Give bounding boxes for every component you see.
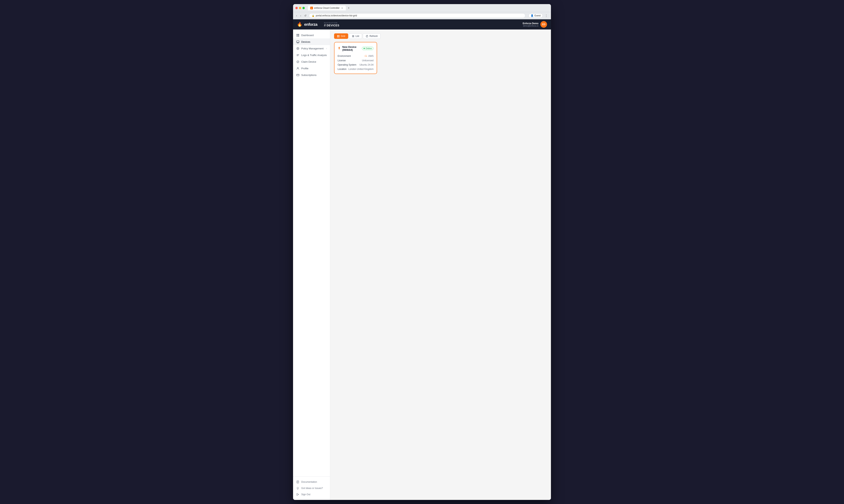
chevron-right-icon: ›: [326, 48, 327, 50]
svg-rect-1: [298, 34, 299, 35]
app: 🔥 enforza NAVIGATION // DEVICES Enforza …: [293, 19, 551, 500]
close-window-button[interactable]: [295, 7, 298, 9]
svg-rect-27: [339, 36, 340, 37]
svg-rect-15: [296, 74, 299, 76]
back-button[interactable]: ‹: [295, 14, 298, 18]
sidebar-item-claim-device[interactable]: Claim Device: [293, 58, 330, 65]
tab-title: enforza Cloud Controller: [314, 7, 340, 10]
cloud-icon: [364, 54, 367, 58]
sidebar-item-documentation[interactable]: Documentation: [293, 479, 330, 485]
device-name: New Device (084bb4): [342, 46, 362, 51]
os-label: Operating System: [338, 64, 356, 66]
device-card-header: New Device (084bb4) Online: [338, 46, 374, 51]
lock-icon: 🔒: [312, 15, 314, 17]
svg-rect-2: [296, 35, 298, 36]
device-card[interactable]: New Device (084bb4) Online Environment: [334, 42, 377, 74]
sidebar-bottom: Documentation Got Ideas or Issues? Sign …: [293, 476, 330, 500]
user-menu[interactable]: Enforza Demo demo@enforza.io ED: [523, 21, 547, 28]
grid-label: Grid: [341, 35, 345, 37]
sidebar-item-profile[interactable]: Profile: [293, 65, 330, 72]
location-value: London United Kingdom: [348, 68, 374, 70]
sidebar-item-ideas[interactable]: Got Ideas or Issues?: [293, 485, 330, 491]
tab-close-button[interactable]: ✕: [341, 7, 343, 10]
svg-rect-24: [337, 35, 338, 36]
refresh-button[interactable]: Refresh: [363, 33, 381, 39]
top-nav: 🔥 enforza NAVIGATION // DEVICES Enforza …: [293, 19, 551, 30]
user-email: demo@enforza.io: [523, 25, 538, 27]
sidebar-item-label: Policy Management: [301, 47, 324, 50]
logo-text: enforza: [304, 22, 317, 27]
os-row: Operating System Ubuntu 24.04: [338, 64, 374, 66]
devices-icon: [296, 40, 299, 43]
list-view-button[interactable]: List: [349, 33, 362, 39]
avatar: ED: [540, 21, 547, 28]
nav-section-title: // DEVICES: [324, 24, 339, 27]
tab-favicon: e: [310, 7, 313, 10]
browser-more-button[interactable]: ⋮: [544, 14, 549, 18]
guest-label: Guest: [534, 14, 540, 17]
grid-view-button[interactable]: Grid: [334, 33, 348, 39]
sidebar: Dashboard Devices Policy Management: [293, 30, 330, 500]
svg-point-8: [297, 48, 298, 49]
sidebar-item-label: Profile: [301, 67, 309, 70]
profile-icon: [296, 67, 299, 70]
nav-section: NAVIGATION // DEVICES: [324, 22, 339, 27]
sidebar-nav: Dashboard Devices Policy Management: [293, 30, 330, 80]
documentation-label: Documentation: [301, 481, 317, 483]
os-value: Ubuntu 24.04: [360, 64, 374, 66]
subscriptions-icon: [296, 73, 299, 76]
status-badge: Online: [362, 47, 374, 50]
nav-section-label: NAVIGATION: [324, 22, 339, 24]
environment-text: AWS: [368, 55, 374, 57]
svg-point-31: [339, 49, 340, 49]
location-label: Location: [338, 68, 346, 70]
environment-row: Environment AWS: [338, 54, 374, 58]
policy-icon: [296, 47, 299, 50]
logs-icon: [296, 53, 299, 57]
sidebar-item-label: Devices: [301, 40, 310, 43]
traffic-lights: [295, 7, 305, 9]
new-tab-button[interactable]: +: [347, 6, 351, 10]
license-row: License Unlicensed: [338, 59, 374, 62]
license-value: Unlicensed: [362, 59, 374, 62]
guest-button[interactable]: 👤 Guest: [529, 14, 543, 18]
content-area: Grid List Refresh: [330, 30, 551, 500]
license-label: License: [338, 59, 346, 62]
svg-rect-4: [296, 41, 299, 42]
main-area: Dashboard Devices Policy Management: [293, 30, 551, 500]
sidebar-item-policy-management[interactable]: Policy Management ›: [293, 45, 330, 52]
sidebar-item-dashboard[interactable]: Dashboard: [293, 32, 330, 38]
status-text: Online: [365, 47, 372, 50]
documentation-icon: [296, 480, 299, 484]
environment-label: Environment: [338, 55, 351, 57]
sidebar-item-label: Logs & Traffic Analysis: [301, 54, 327, 57]
forward-button[interactable]: ›: [299, 14, 302, 18]
sidebar-item-subscriptions[interactable]: Subscriptions: [293, 72, 330, 78]
logo-flame-icon: 🔥: [297, 22, 302, 27]
device-name-group: New Device (084bb4): [338, 46, 362, 51]
reload-button[interactable]: ↺: [304, 14, 307, 18]
environment-value: AWS: [364, 54, 374, 58]
sidebar-item-devices[interactable]: Devices: [293, 38, 330, 45]
status-dot: [364, 48, 365, 49]
device-flame-icon: [338, 47, 341, 50]
svg-point-7: [296, 47, 299, 50]
sidebar-item-signout[interactable]: Sign Out: [293, 491, 330, 498]
browser-window: e enforza Cloud Controller ✕ + ‹ › ↺ 🔒 p…: [293, 4, 551, 500]
ideas-label: Got Ideas or Issues?: [301, 487, 323, 489]
maximize-window-button[interactable]: [303, 7, 305, 9]
svg-rect-0: [296, 34, 298, 35]
address-bar[interactable]: 🔒 portal.enforza.io/devices/device-list-…: [309, 13, 526, 18]
claim-icon: [296, 60, 299, 63]
user-info: Enforza Demo demo@enforza.io: [523, 22, 538, 27]
sidebar-item-logs-traffic[interactable]: Logs & Traffic Analysis: [293, 52, 330, 58]
svg-rect-3: [298, 35, 299, 36]
sidebar-item-label: Subscriptions: [301, 74, 316, 76]
dashboard-icon: [296, 34, 299, 37]
minimize-window-button[interactable]: [299, 7, 301, 9]
device-info: Environment AWS License Unl: [338, 54, 374, 70]
list-label: List: [356, 35, 359, 37]
active-tab[interactable]: e enforza Cloud Controller ✕: [308, 6, 346, 10]
lightbulb-icon: [296, 487, 299, 490]
browser-titlebar: e enforza Cloud Controller ✕ +: [293, 4, 551, 12]
